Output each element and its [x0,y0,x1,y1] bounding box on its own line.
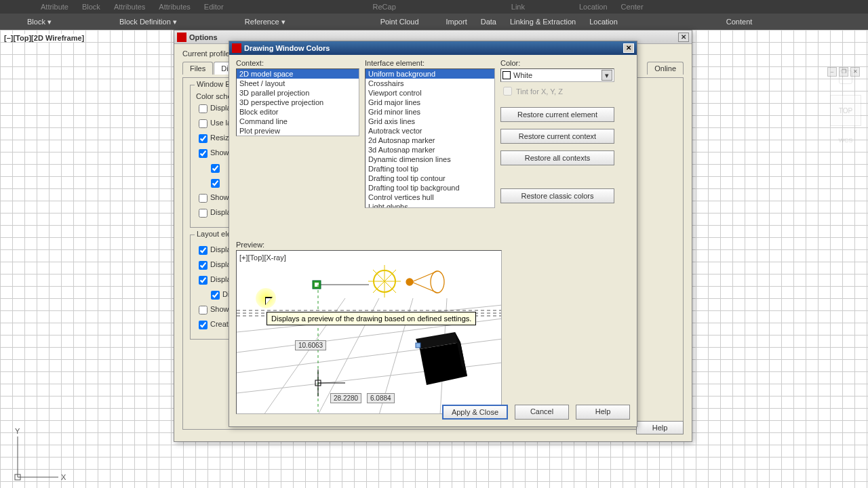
interface-element-item[interactable]: Drafting tool tip [366,164,494,174]
dwc-title: Drawing Window Colors [244,44,330,52]
app-icon [232,43,241,53]
color-label: Color: [500,59,629,67]
options-title: Options [189,33,218,41]
ribbon-panel-import[interactable]: Import [446,18,467,26]
options-close-button[interactable]: ✕ [678,33,689,42]
interface-element-item[interactable]: Dynamic dimension lines [366,155,494,164]
ribbon-panel-block[interactable]: Block ▾ [27,18,52,26]
preview-scene [237,251,502,414]
color-value: White [513,71,532,79]
preview-view-label: [+][Top][X-ray] [239,253,286,262]
chevron-down-icon[interactable]: ▾ [601,70,612,81]
interface-element-item[interactable]: 2d Autosnap marker [366,136,494,145]
ribbon: Block ▾ Block Definition ▾ Reference ▾ P… [0,14,868,30]
interface-element-listbox[interactable]: Uniform backgroundCrosshairsViewport con… [365,68,495,208]
view-cube[interactable]: TOP [830,95,861,126]
app-icon [177,33,186,42]
interface-element-item[interactable]: Drafting tool tip contour [366,174,494,183]
restore-all-contexts-button[interactable]: Restore all contexts [500,150,614,165]
ribbon-panel-point-cloud[interactable]: Point Cloud [380,18,419,26]
tint-xyz-checkbox: Tint for X, Y, Z [500,85,629,98]
svg-rect-35 [416,343,420,348]
context-item[interactable]: Plot preview [237,126,359,136]
interface-element-item[interactable]: 3d Autosnap marker [366,145,494,155]
ribbon-panel-data[interactable]: Data [481,18,496,26]
options-help-button[interactable]: Help [636,421,684,434]
context-item[interactable]: 2D model space [237,69,359,79]
interface-element-item[interactable]: Control vertices hull [366,192,494,202]
interface-element-item[interactable]: Crosshairs [366,79,494,88]
ribbon-panel-reference[interactable]: Reference ▾ [245,18,285,26]
ribbon-panel-linking[interactable]: Linking & Extraction [510,18,576,26]
dwc-titlebar[interactable]: Drawing Window Colors ✕ [229,41,637,55]
ucs-icon: Y X [14,427,68,481]
context-label: Context: [236,59,359,67]
svg-line-23 [412,282,437,293]
context-item[interactable]: Block editor [237,107,359,117]
drawing-window-colors-dialog: Drawing Window Colors ✕ Context: 2D mode… [229,41,637,427]
context-item[interactable]: 3D perspective projection [237,98,359,107]
context-listbox[interactable]: 2D model spaceSheet / layout3D parallel … [236,68,359,136]
apply-close-button[interactable]: Apply & Close [442,405,508,420]
dim-value-b: 28.2280 [330,393,361,403]
nav-gizmos[interactable]: TOP WCS [830,70,861,144]
svg-point-24 [406,279,413,285]
preview-label: Preview: [236,241,630,249]
restore-current-element-button[interactable]: Restore current element [500,107,614,122]
options-tab-online[interactable]: Online [647,62,684,75]
interface-element-item[interactable]: Grid minor lines [366,107,494,117]
svg-point-21 [431,271,444,293]
svg-text:X: X [61,473,66,481]
svg-line-22 [412,271,437,282]
cancel-button[interactable]: Cancel [515,405,569,420]
restore-classic-colors-button[interactable]: Restore classic colors [500,188,614,203]
dwc-help-button[interactable]: Help [576,405,630,420]
interface-element-label: Interface element: [365,59,495,67]
preview-tooltip: Displays a preview of the drawing based … [267,312,476,325]
ribbon-panel-block-definition[interactable]: Block Definition ▾ [119,18,177,26]
context-item[interactable]: Sheet / layout [237,79,359,88]
color-swatch [502,71,511,79]
interface-element-item[interactable]: Grid major lines [366,98,494,107]
ribbon-panel-content[interactable]: Content [726,18,753,26]
interface-element-item[interactable]: Drafting tool tip background [366,183,494,192]
svg-text:Y: Y [15,427,20,435]
ribbon-panel-location[interactable]: Location [589,18,618,26]
preview-box: [+][Top][X-ray] [236,250,502,414]
interface-element-item[interactable]: Uniform background [366,69,494,79]
context-item[interactable]: 3D parallel projection [237,88,359,98]
interface-element-item[interactable]: Grid axis lines [366,117,494,126]
dwc-close-button[interactable]: ✕ [623,43,634,53]
options-tab-files[interactable]: Files [182,62,213,75]
dim-value-a: 10.6063 [295,340,326,350]
color-combobox[interactable]: White ▾ [500,68,614,82]
interface-element-item[interactable]: Autotrack vector [366,126,494,136]
context-item[interactable]: Command line [237,117,359,126]
interface-element-item[interactable]: Viewport control [366,88,494,98]
interface-element-item[interactable]: Light glyphs [366,202,494,208]
dim-value-c: 6.0884 [367,393,395,403]
viewport-label[interactable]: [–][Top][2D Wireframe] [4,34,84,42]
ribbon-hints: AttributeBlock AttributesAttributes Edit… [0,0,868,14]
restore-current-context-button[interactable]: Restore current context [500,129,614,144]
